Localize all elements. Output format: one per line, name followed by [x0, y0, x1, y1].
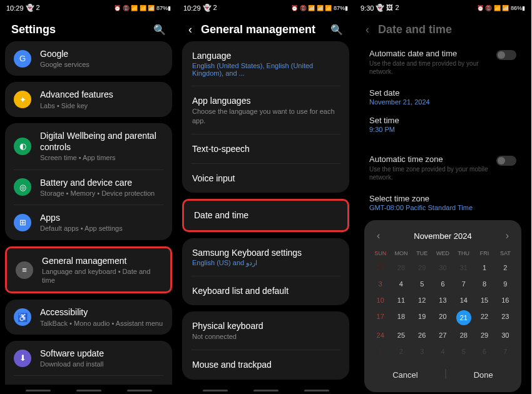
cal-day[interactable]: 29 [474, 328, 494, 343]
settings-item[interactable]: GGoogleGoogle services [5, 41, 172, 76]
cal-day[interactable]: 11 [391, 293, 411, 308]
cal-day[interactable]: 27 [433, 328, 453, 343]
cal-month-label: November 2024 [414, 231, 472, 241]
nav-back[interactable] [127, 390, 152, 391]
settings-item[interactable]: ⊞AppsDefault apps • App settings [5, 205, 172, 240]
cal-day[interactable]: 29 [412, 260, 432, 275]
auto-tz-row[interactable]: Automatic time zone Use the time zone pr… [359, 147, 526, 189]
cal-day[interactable]: 5 [454, 344, 473, 359]
cal-day[interactable]: 7 [496, 344, 515, 359]
date-time-screen: 9:30 👻 🖼 2 ⏰ 📵 📶 📶 86%▮ ‹ Date and time … [354, 0, 531, 394]
auto-date-time-row[interactable]: Automatic date and time Use the date and… [359, 41, 526, 83]
cal-day[interactable]: 9 [496, 276, 515, 291]
cal-day[interactable]: 4 [391, 276, 411, 291]
item-title: Mouse and trackpad [192, 359, 339, 370]
set-date-row[interactable]: Set date November 21, 2024 [359, 83, 526, 111]
settings-item[interactable]: ♿AccessibilityTalkBack • Mono audio • As… [5, 300, 172, 334]
settings-item[interactable]: ?Tips and user manualUseful tips • New f… [5, 376, 172, 385]
cal-day[interactable]: 20 [433, 309, 453, 326]
auto-tz-toggle[interactable] [496, 156, 516, 166]
cal-day[interactable]: 18 [391, 309, 411, 326]
cal-day[interactable]: 1 [474, 260, 494, 275]
gm-item[interactable]: App languagesChoose the language you wan… [182, 86, 349, 134]
cal-day[interactable]: 31 [454, 260, 473, 275]
cal-day[interactable]: 7 [454, 276, 473, 291]
cal-day[interactable]: 23 [496, 309, 515, 326]
gm-header: ‹ General management 🔍 [177, 16, 354, 41]
auto-date-toggle[interactable] [496, 50, 516, 60]
cal-day[interactable]: 14 [454, 293, 473, 308]
cal-day[interactable]: 12 [412, 293, 432, 308]
cal-day[interactable]: 4 [433, 344, 453, 359]
search-icon[interactable]: 🔍 [153, 24, 166, 36]
cal-dow: WED [433, 248, 453, 259]
item-subtitle: English (US) and اردو [192, 259, 339, 267]
gm-item[interactable]: Physical keyboardNot connected [182, 311, 349, 350]
settings-item[interactable]: ◐Digital Wellbeing and parental controls… [5, 123, 172, 169]
set-time-row[interactable]: Set time 9:30 PM [359, 111, 526, 138]
dt-header: ‹ Date and time [354, 16, 531, 41]
cal-day[interactable]: 3 [412, 344, 432, 359]
select-tz-row[interactable]: Select time zone GMT-08:00 Pacific Stand… [359, 189, 526, 216]
settings-item[interactable]: ✦Advanced featuresLabs • Side key [5, 82, 172, 116]
cal-prev-icon[interactable]: ‹ [373, 230, 384, 241]
cal-day[interactable]: 22 [474, 309, 494, 326]
gm-item[interactable]: Mouse and trackpad [182, 350, 349, 379]
search-icon[interactable]: 🔍 [330, 24, 343, 36]
cal-day[interactable]: 24 [371, 328, 390, 343]
cal-day[interactable]: 2 [496, 260, 515, 275]
gm-item[interactable]: LanguageEnglish (United States), English… [182, 41, 349, 86]
cal-day[interactable]: 30 [496, 328, 515, 343]
cal-day[interactable]: 25 [391, 328, 411, 343]
gm-item[interactable]: Text-to-speech [182, 134, 349, 163]
nav-home[interactable] [253, 390, 279, 391]
settings-item[interactable]: ◎Battery and device careStorage • Memory… [5, 170, 172, 205]
cal-day[interactable]: 3 [371, 276, 390, 291]
nav-home[interactable] [76, 390, 101, 391]
cal-next-icon[interactable]: › [502, 230, 513, 241]
cal-day[interactable]: 13 [433, 293, 453, 308]
cal-day[interactable]: 16 [496, 293, 515, 308]
item-title: Samsung Keyboard settings [192, 247, 339, 258]
cal-day[interactable]: 30 [433, 260, 453, 275]
done-button[interactable]: Done [466, 368, 501, 382]
cal-day[interactable]: 27 [371, 260, 390, 275]
nav-recent[interactable] [203, 390, 228, 391]
item-title: Date and time [194, 210, 337, 221]
gm-item[interactable]: Keyboard list and default [182, 276, 349, 305]
auto-tz-sub: Use the time zone provided by your mobil… [369, 165, 496, 181]
back-icon[interactable]: ‹ [188, 23, 192, 36]
cal-day[interactable]: 19 [412, 309, 432, 326]
cal-day[interactable]: 6 [474, 344, 494, 359]
cal-day[interactable]: 6 [433, 276, 453, 291]
cal-day[interactable]: 28 [454, 328, 473, 343]
settings-item[interactable]: ≡General managementLanguage and keyboard… [7, 248, 170, 292]
status-time: 9:30 [361, 4, 374, 12]
cal-day[interactable]: 17 [371, 309, 390, 326]
settings-item[interactable]: ⬇Software updateDownload and install [5, 341, 172, 375]
gm-item[interactable]: Voice input [182, 164, 349, 193]
auto-date-sub: Use the date and time provided by your n… [369, 59, 496, 76]
cal-day[interactable]: 2 [391, 344, 411, 359]
cal-day[interactable]: 21 [454, 309, 473, 326]
nav-back[interactable] [304, 390, 329, 391]
cal-day[interactable]: 10 [371, 293, 390, 308]
gm-item[interactable]: Date and time [184, 201, 347, 230]
item-subtitle: Labs • Side key [40, 101, 163, 110]
cal-day[interactable]: 15 [474, 293, 494, 308]
cal-day[interactable]: 26 [412, 328, 432, 343]
cal-day[interactable]: 1 [371, 344, 390, 359]
cal-day[interactable]: 5 [412, 276, 432, 291]
nav-recent[interactable] [26, 390, 51, 391]
action-separator: | [444, 368, 447, 382]
back-icon[interactable]: ‹ [366, 23, 369, 36]
item-title: Text-to-speech [192, 143, 339, 154]
cal-day[interactable]: 8 [474, 276, 494, 291]
cancel-button[interactable]: Cancel [385, 368, 425, 382]
settings-list: GGoogleGoogle services✦Advanced features… [0, 41, 177, 385]
date-picker: ‹ November 2024 › SUNMONTUEWEDTHUFRISAT2… [364, 220, 521, 392]
gm-item[interactable]: Samsung Keyboard settingsEnglish (US) an… [182, 238, 349, 276]
item-title: Google [40, 48, 163, 59]
status-bar: 9:30 👻 🖼 2 ⏰ 📵 📶 📶 86%▮ [354, 0, 531, 16]
cal-day[interactable]: 28 [391, 260, 411, 275]
